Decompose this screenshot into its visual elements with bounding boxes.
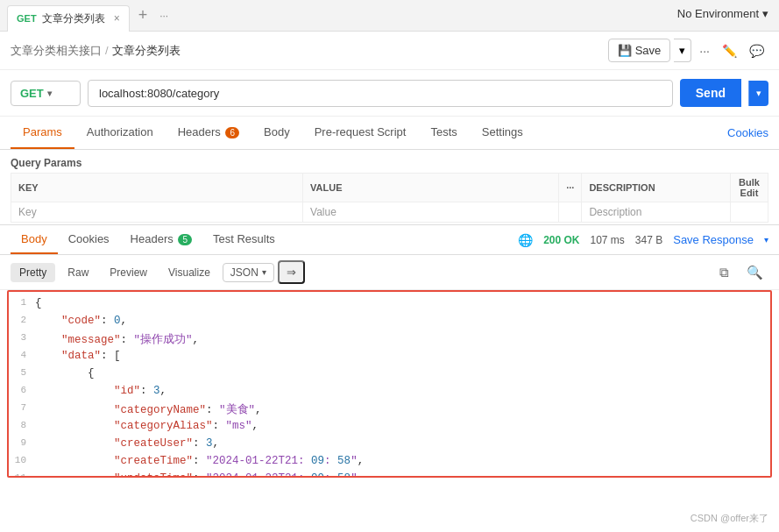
preview-button[interactable]: Preview xyxy=(101,263,156,282)
tab-authorization[interactable]: Authorization xyxy=(74,117,166,149)
resp-headers-badge: 5 xyxy=(178,234,192,245)
tab-pre-request[interactable]: Pre-request Script xyxy=(302,117,419,149)
breadcrumb: 文章分类相关接口 / 文章分类列表 xyxy=(11,43,601,59)
url-bar: GET ▾ Send ▾ xyxy=(0,70,779,117)
code-response-area[interactable]: 1{2 "code": 0,3 "message": "操作成功",4 "dat… xyxy=(9,292,770,476)
tab-method: GET xyxy=(17,13,37,24)
format-select[interactable]: JSON ▾ xyxy=(223,263,274,282)
tab-body[interactable]: Body xyxy=(251,117,302,149)
active-tab[interactable]: GET 文章分类列表 × xyxy=(7,5,130,32)
param-checkbox-cell xyxy=(730,202,768,223)
request-nav-tabs: Params Authorization Headers 6 Body Pre-… xyxy=(0,117,779,150)
code-line: 5 { xyxy=(9,365,770,383)
resp-tab-test-results[interactable]: Test Results xyxy=(202,225,286,254)
breadcrumb-parent[interactable]: 文章分类相关接口 xyxy=(11,43,102,59)
resp-tab-headers[interactable]: Headers 5 xyxy=(120,225,202,254)
response-status: 🌐 200 OK 107 ms 347 B Save Response ▾ xyxy=(518,233,768,247)
breadcrumb-current: 文章分类列表 xyxy=(112,43,181,59)
format-bar: Pretty Raw Preview Visualize JSON ▾ ⇒ ⧉ … xyxy=(0,255,779,290)
save-icon: 💾 xyxy=(618,44,632,57)
edit-button[interactable]: ✏️ xyxy=(718,39,741,62)
resp-tab-body[interactable]: Body xyxy=(11,225,58,254)
code-line: 8 "categoryAlias": "ms", xyxy=(9,418,770,436)
url-input[interactable] xyxy=(88,80,673,107)
response-size: 347 B xyxy=(635,234,662,246)
code-line: 3 "message": "操作成功", xyxy=(9,330,770,348)
env-selector[interactable]: No Environment ▾ xyxy=(677,7,768,20)
save-dropdown-button[interactable]: ▾ xyxy=(674,39,691,62)
response-tabs: Body Cookies Headers 5 Test Results 🌐 20… xyxy=(0,224,779,255)
header-area: 文章分类相关接口 / 文章分类列表 💾 Save ▾ ··· ✏️ 💬 xyxy=(0,32,779,70)
search-button[interactable]: 🔍 xyxy=(741,263,768,282)
cookies-link[interactable]: Cookies xyxy=(727,117,768,148)
send-button[interactable]: Send xyxy=(680,79,741,107)
code-line: 4 "data": [ xyxy=(9,348,770,365)
col-header-actions: ··· xyxy=(559,174,582,202)
wrap-button[interactable]: ⇒ xyxy=(278,260,305,284)
tab-close-icon[interactable]: × xyxy=(114,12,120,25)
response-time: 107 ms xyxy=(591,234,625,246)
more-actions-button[interactable]: ··· xyxy=(695,39,714,62)
query-params-title: Query Params xyxy=(11,157,768,169)
format-arrow-icon: ▾ xyxy=(262,267,266,277)
status-code: 200 OK xyxy=(543,234,579,246)
param-desc-cell[interactable]: Description xyxy=(582,202,730,223)
format-label: JSON xyxy=(230,266,258,279)
method-arrow-icon: ▾ xyxy=(47,89,52,98)
headers-badge: 6 xyxy=(225,127,239,138)
breadcrumb-separator: / xyxy=(105,44,109,57)
new-tab-button[interactable]: + xyxy=(133,6,153,25)
param-value-cell[interactable]: Value xyxy=(303,202,559,223)
save-response-button[interactable]: Save Response xyxy=(673,233,754,246)
col-header-key: KEY xyxy=(11,174,303,202)
save-button[interactable]: 💾 Save xyxy=(608,39,671,62)
param-action-cell xyxy=(559,202,582,223)
pretty-button[interactable]: Pretty xyxy=(11,263,55,282)
code-response-wrapper: 1{2 "code": 0,3 "message": "操作成功",4 "dat… xyxy=(7,290,772,478)
header-actions: 💾 Save ▾ ··· ✏️ 💬 xyxy=(608,39,768,62)
col-header-description: DESCRIPTION xyxy=(582,174,730,202)
env-arrow-icon: ▾ xyxy=(762,7,768,20)
resp-tab-cookies[interactable]: Cookies xyxy=(58,225,120,254)
params-table: KEY VALUE ··· DESCRIPTION Bulk Edit Key … xyxy=(11,173,768,223)
save-label: Save xyxy=(635,44,662,57)
tab-params[interactable]: Params xyxy=(11,117,74,149)
code-line: 2 "code": 0, xyxy=(9,313,770,330)
param-key-cell[interactable]: Key xyxy=(11,202,303,223)
query-params-section: Query Params KEY VALUE ··· DESCRIPTION B… xyxy=(0,150,779,223)
tab-more-icon[interactable]: ··· xyxy=(156,10,172,22)
send-dropdown-button[interactable]: ▾ xyxy=(748,81,768,106)
tab-headers[interactable]: Headers 6 xyxy=(166,117,251,149)
tab-bar: GET 文章分类列表 × + ··· No Environment ▾ xyxy=(0,0,779,32)
code-line: 9 "createUser": 3, xyxy=(9,436,770,453)
tab-title: 文章分类列表 xyxy=(42,11,105,26)
code-line: 6 "id": 3, xyxy=(9,383,770,401)
raw-button[interactable]: Raw xyxy=(59,263,97,282)
tab-tests[interactable]: Tests xyxy=(418,117,469,149)
copy-button[interactable]: ⧉ xyxy=(714,263,734,282)
env-label: No Environment xyxy=(677,7,759,20)
chat-button[interactable]: 💬 xyxy=(745,39,768,62)
method-select[interactable]: GET ▾ xyxy=(11,81,81,106)
globe-icon: 🌐 xyxy=(518,233,533,247)
visualize-button[interactable]: Visualize xyxy=(159,263,219,282)
watermark: CSDN @offer来了 xyxy=(690,512,768,525)
code-line: 11 "updateTime": "2024-01-22T21: 09: 58" xyxy=(9,471,770,476)
code-line: 10 "createTime": "2024-01-22T21: 09: 58"… xyxy=(9,453,770,471)
tab-settings[interactable]: Settings xyxy=(470,117,535,149)
save-response-arrow-icon[interactable]: ▾ xyxy=(764,235,768,245)
col-header-bulk[interactable]: Bulk Edit xyxy=(730,174,768,202)
format-right-actions: ⧉ 🔍 xyxy=(714,263,768,282)
method-label: GET xyxy=(20,87,44,100)
table-row: Key Value Description xyxy=(11,202,768,223)
code-line: 7 "categoryName": "美食", xyxy=(9,401,770,418)
code-line: 1{ xyxy=(9,295,770,313)
col-header-value: VALUE xyxy=(303,174,559,202)
